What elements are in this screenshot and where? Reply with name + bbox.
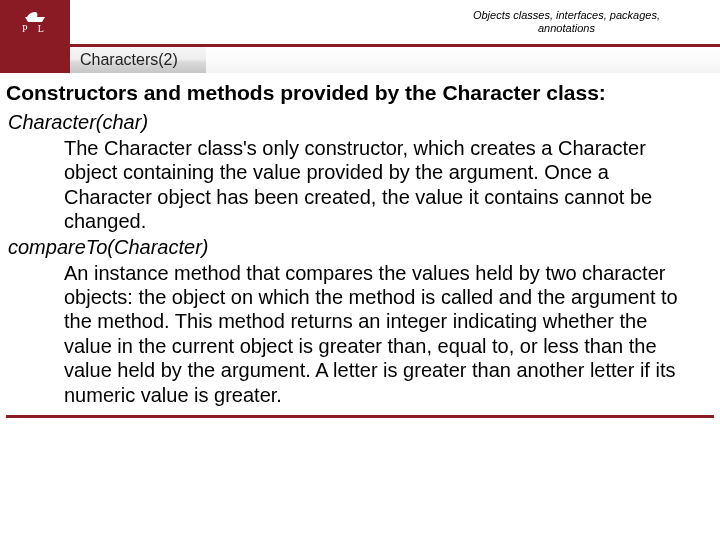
sub-bar-accent bbox=[0, 47, 70, 73]
boat-icon bbox=[23, 11, 47, 21]
bottom-rule bbox=[6, 415, 714, 418]
logo-letters: P L bbox=[22, 23, 48, 34]
breadcrumb: Objects classes, interfaces, packages, a… bbox=[473, 9, 660, 34]
sub-bar: Characters(2) bbox=[0, 47, 720, 73]
logo: P L bbox=[22, 11, 48, 34]
top-right: Objects classes, interfaces, packages, a… bbox=[70, 0, 720, 44]
slide-page: P L Objects classes, interfaces, package… bbox=[0, 0, 720, 540]
breadcrumb-line2: annotations bbox=[473, 22, 660, 35]
logo-box: P L bbox=[0, 0, 70, 44]
method-description: The Character class's only constructor, … bbox=[64, 136, 692, 234]
method-signature: Character(char) bbox=[8, 111, 714, 134]
slide-title: Characters(2) bbox=[70, 47, 206, 73]
method-description: An instance method that compares the val… bbox=[64, 261, 692, 407]
sub-bar-fill bbox=[206, 47, 720, 73]
slide-body: Constructors and methods provided by the… bbox=[0, 73, 720, 418]
method-signature: compareTo(Character) bbox=[8, 236, 714, 259]
breadcrumb-line1: Objects classes, interfaces, packages, bbox=[473, 9, 660, 22]
top-bar: P L Objects classes, interfaces, package… bbox=[0, 0, 720, 44]
section-heading: Constructors and methods provided by the… bbox=[6, 81, 714, 105]
